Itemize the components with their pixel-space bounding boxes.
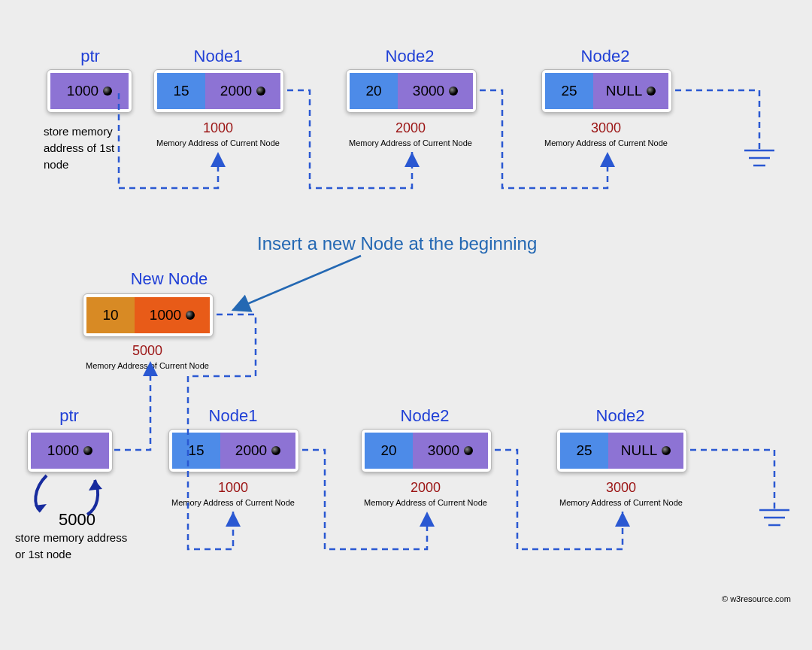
node3-data-cell: 25 — [545, 73, 593, 109]
node2-box-top: 20 3000 — [346, 69, 477, 113]
ptr-update-value: 5000 — [59, 510, 95, 530]
node1b-data-cell: 15 — [172, 433, 220, 469]
node1-box-bottom: 15 2000 — [168, 429, 299, 472]
node3-label-top: Node2 — [556, 47, 654, 66]
node2-label-top: Node2 — [361, 47, 459, 66]
node2-note-top: Memory Address of Current Node — [328, 138, 493, 147]
node3-box-bottom: 25 NULL — [556, 429, 687, 472]
node2-next-text: 3000 — [413, 83, 444, 99]
ptr-caption-bottom: store memory address or 1st node — [15, 530, 127, 563]
ptr-value-text-bottom: 1000 — [47, 442, 79, 459]
node1-label-bottom: Node1 — [184, 406, 282, 426]
newnode-next-cell: 1000 — [135, 297, 210, 333]
node2-next-cell: 3000 — [398, 73, 473, 109]
ptr-value-cell: 1000 — [50, 73, 129, 109]
node1-next-cell: 2000 — [205, 73, 280, 109]
newnode-data-text: 10 — [102, 307, 118, 323]
pointer-dot-icon — [103, 87, 112, 96]
ptr-caption-top: store memory address of 1st node — [44, 123, 114, 173]
node1-note-bottom: Memory Address of Current Node — [150, 498, 316, 507]
node3-box-top: 25 NULL — [541, 69, 672, 113]
ptr-label-top: ptr — [60, 47, 120, 66]
pointer-dot-icon — [647, 87, 656, 96]
node1-data-text: 15 — [173, 83, 189, 99]
node1b-next-text: 2000 — [235, 442, 267, 459]
node1b-data-text: 15 — [188, 442, 204, 459]
node3-note-top: Memory Address of Current Node — [523, 138, 689, 147]
pointer-dot-icon — [256, 87, 265, 96]
node3-next-cell: NULL — [593, 73, 668, 109]
node3-address-top: 3000 — [523, 120, 689, 136]
pointer-dot-icon — [83, 446, 92, 455]
node1-note-top: Memory Address of Current Node — [135, 138, 301, 147]
copyright-text: © w3resource.com — [722, 594, 791, 603]
node3-note-bottom: Memory Address of Current Node — [538, 498, 704, 507]
ptr-box-top: 1000 — [47, 69, 132, 113]
node3-label-bottom: Node2 — [571, 406, 669, 426]
node2b-data-text: 20 — [380, 442, 396, 459]
node3-data-text: 25 — [561, 83, 577, 99]
node2-box-bottom: 20 3000 — [361, 429, 492, 472]
pointer-dot-icon — [449, 87, 458, 96]
newnode-next-text: 1000 — [150, 307, 181, 323]
node2-address-bottom: 2000 — [343, 480, 508, 496]
node3-address-bottom: 3000 — [538, 480, 704, 496]
node2b-next-text: 3000 — [428, 442, 459, 459]
node2-address-top: 2000 — [328, 120, 493, 136]
ptr-value-text: 1000 — [67, 83, 98, 99]
node2-data-text: 20 — [365, 83, 381, 99]
node3b-data-cell: 25 — [560, 433, 608, 469]
node1b-next-cell: 2000 — [220, 433, 295, 469]
node2-note-bottom: Memory Address of Current Node — [343, 498, 508, 507]
pointer-dot-icon — [271, 446, 280, 455]
node2-label-bottom: Node2 — [376, 406, 474, 426]
node2b-data-cell: 20 — [365, 433, 413, 469]
node3-next-text: NULL — [606, 83, 643, 99]
node1-box-top: 15 2000 — [153, 69, 284, 113]
node3b-next-text: NULL — [621, 442, 658, 459]
node2b-next-cell: 3000 — [413, 433, 488, 469]
node1-label-top: Node1 — [169, 47, 267, 66]
newnode-data-cell: 10 — [86, 297, 135, 333]
ptr-box-bottom: 1000 — [27, 429, 113, 472]
node1-data-cell: 15 — [157, 73, 205, 109]
node3b-next-cell: NULL — [608, 433, 683, 469]
node3b-data-text: 25 — [576, 442, 592, 459]
action-title: Insert a new Node at the beginning — [257, 233, 537, 254]
svg-line-3 — [233, 256, 361, 310]
ptr-value-cell-bottom: 1000 — [31, 433, 109, 469]
newnode-label: New Node — [113, 269, 226, 289]
node1-next-text: 2000 — [220, 83, 252, 99]
pointer-dot-icon — [464, 446, 473, 455]
newnode-box: 10 1000 — [83, 293, 214, 337]
pointer-dot-icon — [662, 446, 671, 455]
ptr-label-bottom: ptr — [39, 406, 99, 426]
pointer-dot-icon — [186, 311, 195, 320]
newnode-address: 5000 — [65, 343, 230, 359]
node2-data-cell: 20 — [350, 73, 398, 109]
newnode-note: Memory Address of Current Node — [65, 361, 230, 370]
node1-address-bottom: 1000 — [150, 480, 316, 496]
node1-address-top: 1000 — [135, 120, 301, 136]
